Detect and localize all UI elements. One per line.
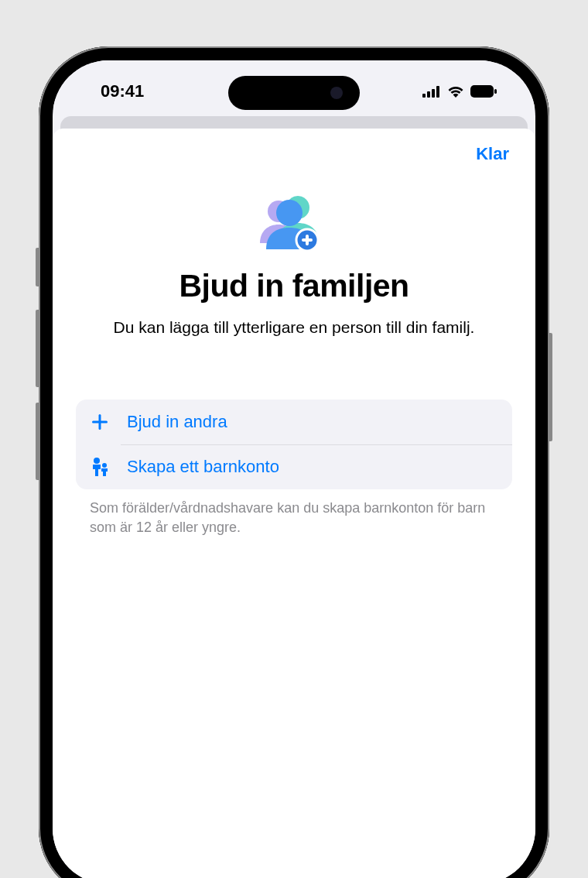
page-subtitle: Du kan lägga till ytterligare en person … (76, 317, 512, 338)
svg-rect-13 (92, 421, 108, 424)
family-hero-icon (76, 194, 512, 252)
svg-rect-5 (494, 89, 497, 94)
svg-rect-4 (470, 85, 494, 98)
side-button (549, 333, 552, 441)
cellular-icon (422, 86, 441, 98)
done-button[interactable]: Klar (476, 144, 509, 164)
modal-sheet: Klar Bjud in familjen Du kan lägga till … (53, 129, 535, 878)
svg-rect-1 (427, 91, 430, 98)
options-group: Bjud in andra Skapa ett (76, 400, 512, 489)
status-time: 09:41 (101, 81, 144, 101)
invite-others-row[interactable]: Bjud in andra (76, 400, 512, 444)
svg-rect-11 (302, 238, 313, 242)
invite-others-label: Bjud in andra (127, 412, 227, 432)
camera-dot (330, 87, 343, 99)
svg-point-8 (276, 200, 303, 226)
wifi-icon (447, 85, 464, 98)
status-icons (422, 85, 497, 98)
create-child-row[interactable]: Skapa ett barnkonto (76, 444, 512, 489)
phone-frame: 09:41 (39, 46, 549, 878)
plus-icon (90, 413, 110, 431)
battery-icon (470, 85, 497, 98)
page-title: Bjud in familjen (76, 268, 512, 304)
parent-child-icon (90, 457, 110, 477)
svg-rect-3 (436, 86, 439, 98)
footer-note: Som förälder/vårdnadshavare kan du skapa… (76, 499, 512, 537)
dynamic-island (228, 76, 360, 110)
svg-rect-2 (432, 89, 435, 98)
svg-point-15 (102, 463, 107, 468)
screen: 09:41 (53, 60, 535, 878)
modal-header: Klar (76, 129, 512, 164)
svg-point-14 (94, 458, 100, 464)
svg-rect-0 (422, 94, 426, 98)
create-child-label: Skapa ett barnkonto (127, 457, 279, 477)
